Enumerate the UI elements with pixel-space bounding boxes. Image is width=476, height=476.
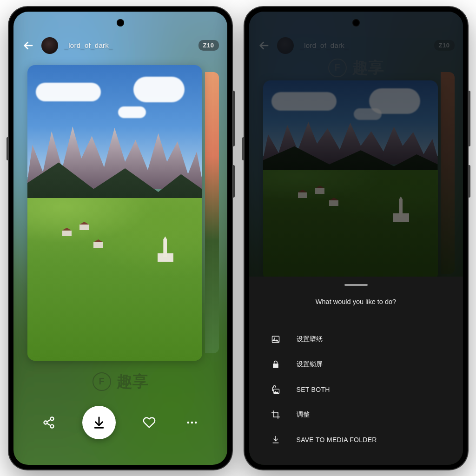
back-arrow-icon[interactable] xyxy=(22,39,35,52)
volume-button xyxy=(232,91,235,146)
svg-line-3 xyxy=(47,419,51,422)
svg-line-4 xyxy=(47,423,51,425)
power-button xyxy=(232,165,235,198)
phone-mockup-right: _lord_of_dark_ Z10 F 趣享 xyxy=(245,7,468,469)
phone-mockup-left: _lord_of_dark_ Z10 F 趣享 xyxy=(9,7,232,469)
download-icon xyxy=(271,435,281,445)
lock-icon xyxy=(271,359,281,370)
sheet-title: What would you like to do? xyxy=(249,298,463,305)
sheet-item-label: 设置锁屏 xyxy=(297,360,323,369)
wallpaper-preview[interactable] xyxy=(27,65,202,361)
more-button[interactable] xyxy=(183,413,201,432)
avatar[interactable] xyxy=(41,37,58,54)
favorite-button[interactable] xyxy=(140,413,159,432)
picture-icon xyxy=(271,334,281,344)
next-wallpaper-peek[interactable] xyxy=(205,72,219,353)
sheet-item-label: 设置壁纸 xyxy=(297,335,323,344)
side-key xyxy=(7,137,9,160)
bottom-action-bar xyxy=(13,403,227,443)
sheet-item-set-lockscreen[interactable]: 设置锁屏 xyxy=(249,352,463,377)
front-camera xyxy=(117,19,124,26)
share-button[interactable] xyxy=(40,413,58,432)
action-sheet: What would you like to do? 设置壁纸 设置锁屏 SET… xyxy=(249,277,463,465)
screen: _lord_of_dark_ Z10 F 趣享 xyxy=(249,12,463,465)
side-key xyxy=(242,137,245,160)
sheet-item-set-both[interactable]: SET BOTH xyxy=(249,377,463,402)
volume-button xyxy=(468,91,470,146)
sheet-item-adjust[interactable]: 调整 xyxy=(249,402,463,427)
lock-picture-icon xyxy=(271,384,281,395)
sheet-item-save[interactable]: SAVE TO MEDIA FOLDER xyxy=(249,427,463,452)
watermark: F 趣享 xyxy=(13,370,227,393)
top-bar: _lord_of_dark_ Z10 xyxy=(13,33,227,59)
front-camera xyxy=(352,19,360,26)
svg-point-6 xyxy=(191,421,193,423)
drag-handle[interactable] xyxy=(344,284,368,286)
svg-point-9 xyxy=(274,337,275,339)
zedge-credit-badge[interactable]: Z10 xyxy=(198,40,219,51)
landscape-image xyxy=(27,65,202,361)
sheet-item-label: SAVE TO MEDIA FOLDER xyxy=(297,436,377,443)
power-button xyxy=(468,165,470,198)
username[interactable]: _lord_of_dark_ xyxy=(65,41,113,49)
crop-icon xyxy=(271,410,281,420)
sheet-item-set-wallpaper[interactable]: 设置壁纸 xyxy=(249,327,463,352)
watermark-logo: F xyxy=(93,372,111,391)
sheet-item-label: SET BOTH xyxy=(297,386,330,393)
svg-point-7 xyxy=(194,421,197,423)
download-button[interactable] xyxy=(82,406,116,439)
screen: _lord_of_dark_ Z10 F 趣享 xyxy=(13,12,227,465)
svg-point-5 xyxy=(187,421,189,423)
watermark-text: 趣享 xyxy=(117,371,148,392)
sheet-item-label: 调整 xyxy=(297,410,310,419)
